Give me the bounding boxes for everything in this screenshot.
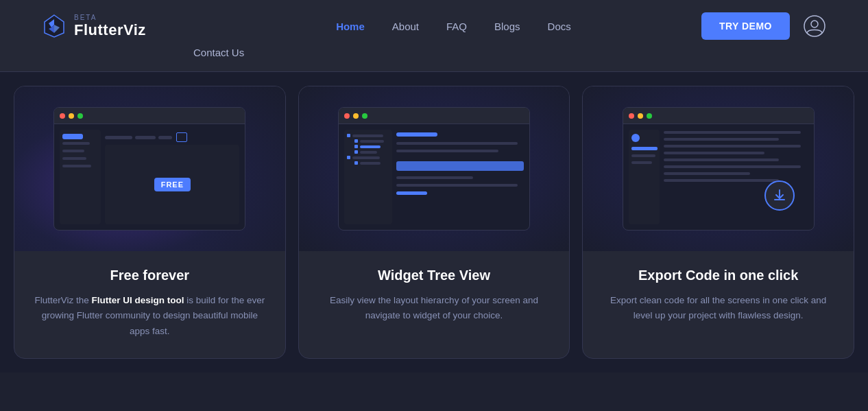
tree-bar bbox=[360, 151, 377, 154]
mock-line bbox=[62, 142, 90, 145]
mock-line bbox=[631, 161, 652, 164]
card-export-desc: Export clean code for all the screens in… bbox=[602, 293, 834, 324]
tree-item bbox=[347, 145, 389, 148]
mock-body-1: FREE bbox=[54, 124, 245, 230]
try-demo-button[interactable]: TRY DEMO bbox=[701, 12, 790, 40]
mock-line bbox=[62, 165, 91, 167]
tree-bar bbox=[360, 140, 384, 143]
mock-window-2 bbox=[338, 107, 530, 231]
mock-line bbox=[664, 172, 751, 175]
tree-node bbox=[347, 134, 350, 137]
card-export: Export Code in one click Export clean co… bbox=[582, 86, 854, 359]
tree-bar bbox=[360, 162, 381, 165]
mock-titlebar-3 bbox=[623, 108, 814, 124]
tree-node bbox=[354, 161, 358, 165]
user-icon-button[interactable] bbox=[802, 14, 827, 38]
card-free-desc: FlutterViz the Flutter UI design tool is… bbox=[34, 293, 266, 339]
mock-tb-bar bbox=[135, 136, 156, 139]
nav-home[interactable]: Home bbox=[336, 21, 365, 32]
mock-window-3 bbox=[623, 107, 815, 231]
card-export-image bbox=[583, 86, 854, 251]
tree-node bbox=[347, 156, 350, 159]
tree-item bbox=[347, 156, 389, 159]
card-tree-title: Widget Tree View bbox=[318, 268, 551, 283]
mock-line bbox=[664, 179, 780, 182]
logo-area[interactable]: BETA FlutterViz bbox=[41, 13, 192, 39]
free-badge: FREE bbox=[154, 178, 191, 191]
card-tree-desc: Easily view the layout hierarchy of your… bbox=[318, 293, 551, 324]
dot-red-2 bbox=[344, 113, 350, 119]
tree-bar bbox=[352, 156, 380, 159]
mock-body-2 bbox=[339, 124, 529, 230]
download-icon bbox=[772, 188, 787, 203]
card-tree-content: Widget Tree View Easily view the layout … bbox=[299, 251, 570, 358]
mock-highlight-bar bbox=[396, 132, 437, 137]
mock-dropdown bbox=[176, 132, 187, 142]
header-top: BETA FlutterViz Home About FAQ Blogs Doc… bbox=[41, 0, 827, 47]
main-content: FREE Free forever FlutterViz the Flutter… bbox=[0, 72, 868, 373]
dot-green-3 bbox=[647, 113, 652, 119]
mock-line bbox=[664, 165, 801, 168]
mock-titlebar-2 bbox=[339, 108, 529, 124]
mock-body-3 bbox=[623, 124, 814, 230]
card-free-image: FREE bbox=[14, 86, 285, 251]
mock-tb-bar bbox=[105, 136, 132, 139]
tree-bar bbox=[352, 134, 383, 137]
header-right: TRY DEMO bbox=[701, 12, 827, 40]
mock-bar-blue-1 bbox=[62, 134, 83, 139]
mock-line bbox=[396, 184, 518, 187]
nav-docs[interactable]: Docs bbox=[548, 21, 571, 32]
header: BETA FlutterViz Home About FAQ Blogs Doc… bbox=[0, 0, 868, 72]
mock-accent-bar bbox=[396, 191, 427, 195]
tree-node bbox=[354, 139, 358, 143]
card-free-title: Free forever bbox=[34, 268, 266, 283]
dot-green-2 bbox=[362, 113, 367, 119]
mock-sidebar-3 bbox=[629, 130, 660, 224]
user-icon bbox=[804, 15, 825, 37]
mock-tb-bar bbox=[158, 136, 172, 139]
mock-main-3 bbox=[664, 130, 808, 224]
mock-line-blue bbox=[631, 147, 658, 150]
mock-sidebar-2 bbox=[344, 130, 392, 224]
mock-line bbox=[62, 150, 84, 152]
tree-item bbox=[347, 134, 389, 137]
mock-line bbox=[631, 154, 655, 157]
tree-node bbox=[354, 150, 358, 154]
mock-highlight-block bbox=[396, 161, 524, 171]
logo-name: FlutterViz bbox=[74, 23, 146, 38]
mock-toolbar-1 bbox=[105, 132, 239, 142]
mock-titlebar-1 bbox=[54, 108, 245, 124]
logo-beta-label: BETA bbox=[74, 14, 146, 21]
mock-line bbox=[62, 157, 86, 160]
tree-item bbox=[347, 161, 389, 165]
mock-line bbox=[664, 145, 801, 148]
nav-blogs[interactable]: Blogs bbox=[494, 21, 520, 32]
dot-yellow-2 bbox=[353, 113, 359, 119]
card-tree-image bbox=[299, 86, 570, 251]
mock-main-1: FREE bbox=[105, 130, 239, 224]
mock-window-1: FREE bbox=[53, 107, 245, 231]
header-bottom: Contact Us bbox=[41, 47, 827, 71]
tree-item bbox=[347, 139, 389, 143]
tree-bar-active bbox=[360, 145, 381, 148]
download-icon-circle bbox=[764, 180, 795, 211]
mock-sidebar-1 bbox=[60, 130, 101, 224]
dot-red-1 bbox=[60, 113, 65, 119]
tree-item bbox=[347, 150, 389, 154]
dot-red-3 bbox=[629, 113, 634, 119]
mock-line bbox=[664, 138, 780, 141]
nav-about[interactable]: About bbox=[392, 21, 419, 32]
svg-point-2 bbox=[811, 21, 818, 27]
mock-line bbox=[396, 176, 473, 179]
logo-text-area: BETA FlutterViz bbox=[74, 14, 146, 38]
mock-line bbox=[664, 158, 780, 161]
mock-canvas-1: FREE bbox=[105, 145, 239, 224]
nav-contact[interactable]: Contact Us bbox=[193, 47, 244, 58]
dot-yellow-1 bbox=[69, 113, 74, 119]
mock-line bbox=[396, 142, 518, 145]
card-export-title: Export Code in one click bbox=[602, 268, 834, 283]
card-free: FREE Free forever FlutterViz the Flutter… bbox=[14, 86, 286, 359]
card-tree: Widget Tree View Easily view the layout … bbox=[298, 86, 570, 359]
nav-faq[interactable]: FAQ bbox=[446, 21, 467, 32]
mock-main-2 bbox=[396, 130, 524, 224]
